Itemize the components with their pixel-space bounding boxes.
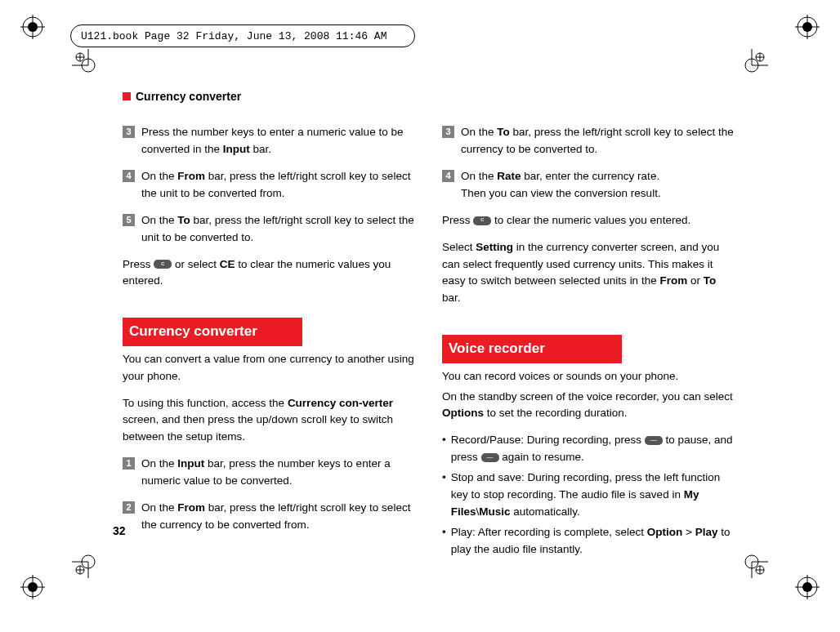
press-clear-para: Press to clear the numeric values you en…: [442, 212, 735, 229]
step-number: 2: [123, 501, 135, 514]
page-content: Currency converter 3 Press the number ke…: [123, 90, 735, 562]
text: Press: [123, 258, 154, 270]
bold-input: Input: [177, 457, 204, 470]
reg-mark-tr: [795, 15, 820, 39]
page-number: 32: [113, 524, 126, 537]
text: On the standby screen of the voice recor…: [442, 390, 733, 403]
dash-key-icon: [481, 453, 499, 462]
text: automatically.: [511, 505, 580, 518]
step-number: 5: [123, 214, 135, 226]
text: to clear the numeric values you entered.: [491, 214, 690, 226]
bold-setting: Setting: [476, 241, 513, 253]
step-text: On the: [141, 214, 177, 226]
text: Select: [442, 241, 476, 253]
text: To using this function, access the: [123, 397, 288, 409]
vr-intro1: You can record voices or sounds on your …: [442, 368, 735, 385]
reg-mark-tl: [20, 15, 45, 39]
text: Stop and save: During recording, press t…: [451, 471, 720, 501]
cc-step-2: 2 On the From bar, press the left/right …: [123, 500, 416, 534]
cc-step-1: 1 On the Input bar, press the number key…: [123, 456, 416, 490]
step-text: bar.: [250, 143, 271, 155]
text: Record/Pause: During recording, press: [451, 434, 645, 446]
cc-step-4: 4 On the Rate bar, enter the currency ra…: [442, 168, 735, 203]
step-text: On the: [141, 170, 177, 182]
bold-input: Input: [223, 143, 250, 155]
text: or: [687, 274, 704, 287]
bullet-stop-save: • Stop and save: During recording, press…: [442, 470, 735, 521]
bold-from: From: [659, 274, 687, 287]
c-key-icon: [473, 216, 491, 225]
step-number: 1: [123, 457, 135, 470]
step-number: 4: [442, 170, 454, 182]
step-text: On the: [461, 170, 497, 182]
section-marker-icon: [123, 92, 131, 100]
bold-rate: Rate: [497, 170, 521, 182]
bold-play: Play: [695, 526, 718, 538]
step-text: On the: [141, 457, 177, 470]
text: bar.: [442, 292, 461, 304]
bullet-icon: •: [442, 524, 446, 559]
cc-intro1: You can convert a value from one currenc…: [123, 351, 416, 385]
bold-option: Option: [647, 526, 683, 538]
bullet-play: • Play: After recording is complete, sel…: [442, 524, 735, 559]
heading-currency-converter: Currency converter: [123, 318, 302, 345]
text: to set the recording duration.: [484, 407, 628, 419]
dash-key-icon: [645, 436, 663, 445]
text: screen, and then press the up/down scrol…: [123, 413, 393, 443]
step-4: 4 On the From bar, press the left/right …: [123, 168, 416, 203]
crop-mark-tl: [72, 49, 105, 82]
step-text: Then you can view the conversion result.: [461, 187, 661, 199]
crop-mark-bl: [72, 545, 105, 578]
crop-mark-br: [735, 545, 768, 578]
section-title: Currency converter: [136, 90, 241, 103]
cc-step-3: 3 On the To bar, press the left/right sc…: [442, 124, 735, 158]
reg-mark-bl: [20, 575, 45, 599]
text: >: [682, 526, 695, 538]
bold-options: Options: [442, 407, 484, 419]
cc-intro2: To using this function, access the Curre…: [123, 395, 416, 447]
header-filename: U121.book Page 32 Friday, June 13, 2008 …: [70, 24, 415, 47]
c-key-icon: [154, 260, 172, 269]
crop-mark-tr: [735, 49, 768, 82]
step-3: 3 Press the number keys to enter a numer…: [123, 124, 416, 158]
right-column: 3 On the To bar, press the left/right sc…: [442, 124, 735, 562]
heading-voice-recorder: Voice recorder: [442, 335, 622, 363]
bold-to: To: [177, 214, 190, 226]
step-text: On the: [461, 126, 497, 138]
step-text: On the: [141, 501, 177, 514]
step-text: bar, enter the currency rate.: [521, 170, 660, 182]
bold-ce: CE: [220, 258, 235, 270]
setting-para: Select Setting in the currency converter…: [442, 239, 735, 308]
step-number: 3: [123, 126, 135, 138]
bullet-icon: •: [442, 432, 446, 466]
step-5: 5 On the To bar, press the left/right sc…: [123, 212, 416, 247]
bullet-record-pause: • Record/Pause: During recording, press …: [442, 432, 735, 466]
text: again to resume.: [499, 451, 584, 463]
bold-to: To: [704, 274, 717, 287]
text: or select: [172, 258, 220, 270]
left-column: 3 Press the number keys to enter a numer…: [123, 124, 416, 562]
vr-intro2: On the standby screen of the voice recor…: [442, 389, 735, 423]
bold-to: To: [497, 126, 510, 138]
bullet-icon: •: [442, 470, 446, 521]
step-text: Press the number keys to enter a numeric…: [141, 126, 403, 155]
reg-mark-br: [795, 575, 820, 599]
bold-music: Music: [479, 505, 510, 518]
step-number: 3: [442, 126, 454, 138]
step-number: 4: [123, 170, 135, 182]
bold-from: From: [177, 501, 205, 514]
bold-currency-converter: Currency con-verter: [288, 397, 393, 409]
text: Press: [442, 214, 473, 226]
bold-from: From: [177, 170, 205, 182]
text: Play: After recording is complete, selec…: [451, 526, 647, 538]
press-ce-para: Press or select CE to clear the numeric …: [123, 256, 416, 291]
